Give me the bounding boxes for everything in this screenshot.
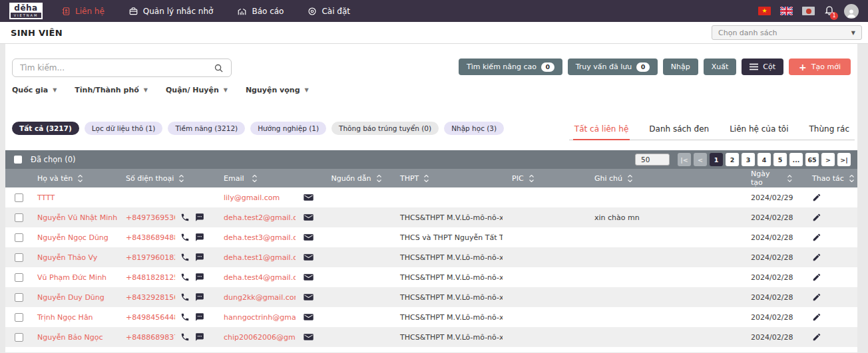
nav-item-contacts[interactable]: Liên hệ	[61, 7, 105, 16]
chat-icon[interactable]	[195, 293, 204, 302]
create-new-button[interactable]: +Tạo mới	[789, 59, 851, 75]
row-checkbox[interactable]	[15, 193, 23, 202]
envelope-icon[interactable]	[304, 253, 314, 261]
page-button[interactable]: 65	[805, 153, 819, 166]
chat-icon[interactable]	[195, 213, 204, 222]
envelope-icon[interactable]	[304, 293, 314, 301]
chip-enrollment[interactable]: Nhập học (3)	[444, 122, 504, 135]
columns-button[interactable]: Cột	[742, 59, 783, 75]
envelope-icon[interactable]	[304, 313, 314, 321]
page-button[interactable]: 2	[726, 153, 739, 166]
phone-number[interactable]: +81979601827	[126, 253, 175, 262]
nav-item-reports[interactable]: Báo cáo	[237, 7, 284, 16]
email-link[interactable]: lily@gmail.com	[224, 193, 296, 202]
column-header-note[interactable]: Ghi chú	[582, 174, 732, 183]
student-name-link[interactable]: Nguyễn Thảo Vy	[37, 253, 97, 262]
edit-icon[interactable]	[812, 233, 821, 242]
chat-icon[interactable]	[195, 273, 204, 282]
student-name-link[interactable]: Vũ Phạm Đức Minh	[37, 273, 107, 282]
envelope-icon[interactable]	[304, 213, 314, 221]
page-ellipsis-button[interactable]: ...	[789, 153, 803, 166]
phone-icon[interactable]	[180, 213, 190, 222]
row-checkbox[interactable]	[15, 273, 23, 282]
row-checkbox[interactable]	[15, 253, 23, 262]
edit-icon[interactable]	[812, 213, 821, 222]
chat-icon[interactable]	[195, 332, 204, 342]
uk-flag-icon[interactable]	[780, 7, 793, 15]
student-name-link[interactable]: Nguyễn Vũ Nhật Minh	[37, 213, 117, 222]
tab-trash[interactable]: Thùng rác	[808, 121, 851, 140]
phone-icon[interactable]	[180, 273, 190, 282]
email-link[interactable]: dung2kk@gmail.com	[224, 293, 296, 302]
search-icon[interactable]	[214, 63, 224, 73]
column-header-email[interactable]: Email	[206, 174, 323, 183]
student-name-link[interactable]: Trịnh Ngọc Hân	[37, 313, 93, 322]
chat-icon[interactable]	[195, 312, 204, 322]
row-checkbox[interactable]	[15, 293, 23, 302]
list-select-dropdown[interactable]: Chọn danh sách ▼	[712, 25, 862, 40]
filter-province[interactable]: Tỉnh/Thành phố▼	[75, 86, 148, 94]
phone-number[interactable]: +84818281256	[126, 273, 175, 282]
student-name-link[interactable]: Nguyễn Duy Dũng	[37, 293, 105, 302]
row-checkbox[interactable]	[15, 213, 23, 222]
user-avatar[interactable]	[844, 4, 859, 19]
column-header-actions[interactable]: Thao tác	[792, 174, 857, 183]
filter-aspiration[interactable]: Nguyện vọng▼	[246, 86, 309, 94]
student-name-link[interactable]: Nguyễn Bảo Ngọc	[37, 333, 103, 342]
email-link[interactable]: deha.test2@gmail.com	[224, 213, 296, 222]
phone-icon[interactable]	[180, 253, 190, 262]
student-name-link[interactable]: TTTT	[37, 193, 55, 202]
chip-all[interactable]: Tất cả (3217)	[12, 122, 79, 135]
student-name-link[interactable]: Nguyễn Ngọc Dũng	[37, 233, 108, 242]
page-button[interactable]: 3	[742, 153, 755, 166]
row-checkbox[interactable]	[15, 313, 23, 322]
envelope-icon[interactable]	[304, 333, 314, 341]
email-link[interactable]: deha.test1@gmail.com	[224, 253, 296, 262]
column-header-name[interactable]: Họ và tên	[29, 174, 116, 183]
chip-raw-data[interactable]: Lọc dữ liệu thô (1)	[85, 122, 163, 135]
page-button[interactable]: 4	[758, 153, 771, 166]
row-checkbox[interactable]	[15, 233, 23, 242]
email-link[interactable]: hanngoctrinh@gmail.co...	[224, 313, 296, 322]
select-all-checkbox[interactable]	[14, 156, 22, 164]
deha-logo[interactable]: děha VIETNAM	[9, 3, 43, 19]
envelope-icon[interactable]	[304, 233, 314, 241]
page-button[interactable]: 5	[773, 153, 787, 166]
last-page-button[interactable]: >|	[837, 153, 851, 166]
envelope-icon[interactable]	[304, 193, 314, 201]
email-link[interactable]: deha.test4@gmail.com	[224, 273, 296, 282]
nav-item-settings[interactable]: Cài đặt	[308, 7, 350, 16]
page-button[interactable]: 1	[710, 153, 723, 166]
tab-my-contacts[interactable]: Liên hệ của tôi	[728, 121, 789, 140]
chip-admission-notice[interactable]: Thông báo trúng tuyển (0)	[331, 122, 439, 135]
envelope-icon[interactable]	[304, 273, 314, 281]
edit-icon[interactable]	[812, 293, 821, 302]
phone-number[interactable]: +84386894887	[126, 233, 175, 242]
filter-district[interactable]: Quận/ Huyện▼	[166, 86, 228, 94]
chip-career[interactable]: Hướng nghiệp (1)	[250, 122, 326, 135]
chip-potential[interactable]: Tiềm năng (3212)	[168, 122, 245, 135]
email-link[interactable]: chip20062006@gmail.c...	[224, 333, 296, 342]
nav-item-reminders[interactable]: Quản lý nhắc nhở	[128, 7, 214, 16]
notification-bell-icon[interactable]: 1	[824, 5, 835, 18]
column-header-source[interactable]: Nguồn dẫn	[323, 174, 389, 183]
phone-icon[interactable]	[180, 233, 190, 242]
column-header-pic[interactable]: PIC	[503, 174, 582, 183]
import-button[interactable]: Nhập	[663, 59, 698, 75]
advanced-search-button[interactable]: Tìm kiếm nâng cao0	[459, 59, 562, 75]
column-header-created[interactable]: Ngày tạo	[732, 170, 792, 187]
phone-icon[interactable]	[180, 312, 190, 322]
column-header-phone[interactable]: Số điện thoại	[116, 174, 206, 183]
search-input[interactable]	[20, 63, 214, 72]
saved-query-button[interactable]: Truy vấn đã lưu0	[568, 59, 658, 75]
phone-icon[interactable]	[180, 293, 190, 302]
phone-number[interactable]: +84973695369	[126, 213, 175, 222]
chat-icon[interactable]	[195, 233, 204, 242]
edit-icon[interactable]	[812, 193, 821, 202]
vietnam-flag-icon[interactable]: ★	[758, 7, 771, 15]
column-header-thpt[interactable]: THPT	[389, 174, 503, 183]
filter-country[interactable]: Quốc gia▼	[12, 86, 57, 94]
next-page-button[interactable]: >	[821, 153, 835, 166]
phone-number[interactable]: +84984564484	[126, 313, 175, 322]
phone-number[interactable]: +84329281562	[126, 293, 175, 302]
